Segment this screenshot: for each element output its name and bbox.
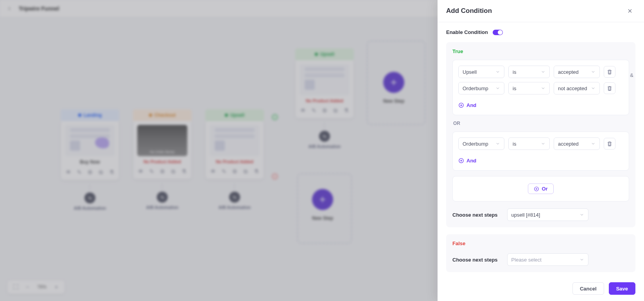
or-separator: OR — [452, 121, 629, 126]
operator-select[interactable]: is — [508, 137, 550, 150]
select-value: is — [513, 141, 516, 147]
close-button[interactable] — [624, 5, 635, 16]
operator-select[interactable]: is — [508, 82, 550, 94]
enable-condition-row: Enable Condition — [446, 29, 635, 35]
add-and-button[interactable]: And — [458, 158, 476, 164]
close-icon — [627, 8, 633, 14]
add-and-label: And — [466, 102, 476, 108]
panel-footer: Cancel Save — [438, 276, 644, 301]
chevron-down-icon — [541, 86, 545, 91]
choose-next-label: Choose next steps — [452, 257, 498, 263]
select-value: is — [513, 69, 516, 75]
cancel-button[interactable]: Cancel — [572, 282, 604, 295]
condition-row: Upsell is accepted — [458, 66, 623, 78]
next-step-true-select[interactable]: upsell [#814] — [507, 208, 588, 221]
select-value: accepted — [558, 141, 579, 147]
trash-icon — [607, 141, 612, 146]
save-label: Save — [616, 286, 628, 292]
field-select[interactable]: Upsell — [458, 66, 504, 78]
field-select[interactable]: Orderbump — [458, 82, 504, 94]
trash-icon — [607, 69, 612, 75]
chevron-down-icon — [591, 86, 596, 91]
select-value: accepted — [558, 69, 579, 75]
choose-next-false-row: Choose next steps Please select — [452, 253, 629, 266]
field-select[interactable]: Orderbump — [458, 137, 504, 150]
condition-group: & Upsell is accepted Orderbump is not ac… — [452, 60, 629, 115]
select-value: upsell [#814] — [511, 212, 540, 218]
chevron-down-icon — [579, 212, 584, 217]
plus-circle-icon — [534, 186, 539, 192]
value-select[interactable]: accepted — [554, 66, 600, 78]
choose-next-label: Choose next steps — [452, 212, 498, 218]
plus-circle-icon — [458, 102, 464, 108]
enable-condition-label: Enable Condition — [446, 29, 488, 35]
and-connector: & — [630, 72, 633, 78]
chevron-down-icon — [541, 69, 545, 74]
true-section-title: True — [452, 48, 629, 54]
panel-header: Add Condition — [438, 0, 644, 22]
add-or-block: Or — [452, 176, 629, 201]
false-section: False Choose next steps Please select — [446, 234, 635, 272]
add-and-button[interactable]: And — [458, 102, 476, 108]
select-value: Orderbump — [463, 141, 488, 147]
save-button[interactable]: Save — [609, 282, 635, 295]
select-value: Please select — [511, 257, 542, 263]
chevron-down-icon — [495, 86, 500, 91]
chevron-down-icon — [591, 141, 596, 146]
chevron-down-icon — [579, 257, 584, 262]
add-and-label: And — [466, 158, 476, 164]
value-select[interactable]: not accepted — [554, 82, 600, 94]
select-value: Orderbump — [463, 85, 488, 91]
select-value: is — [513, 85, 516, 91]
condition-row: Orderbump is not accepted — [458, 82, 623, 94]
next-step-false-select[interactable]: Please select — [507, 253, 588, 266]
add-or-label: Or — [542, 186, 547, 192]
false-section-title: False — [452, 240, 629, 246]
choose-next-true-row: Choose next steps upsell [#814] — [452, 208, 629, 221]
plus-circle-icon — [458, 158, 464, 164]
value-select[interactable]: accepted — [554, 137, 600, 150]
add-or-button[interactable]: Or — [528, 183, 553, 194]
select-value: not accepted — [558, 85, 587, 91]
panel-title: Add Condition — [446, 7, 492, 15]
chevron-down-icon — [495, 141, 500, 146]
chevron-down-icon — [495, 69, 500, 74]
operator-select[interactable]: is — [508, 66, 550, 78]
trash-icon — [607, 85, 612, 91]
chevron-down-icon — [541, 141, 545, 146]
add-condition-panel: Add Condition Enable Condition True & Up… — [438, 0, 644, 301]
chevron-down-icon — [591, 69, 596, 74]
select-value: Upsell — [463, 69, 477, 75]
delete-row-button[interactable] — [604, 66, 615, 78]
condition-group: Orderbump is accepted And — [452, 132, 629, 171]
enable-condition-toggle[interactable] — [493, 30, 503, 35]
condition-row: Orderbump is accepted — [458, 137, 623, 150]
true-section: True & Upsell is accepted Orderbump is n… — [446, 42, 635, 227]
delete-row-button[interactable] — [604, 138, 615, 150]
cancel-label: Cancel — [580, 286, 597, 292]
delete-row-button[interactable] — [604, 82, 615, 94]
panel-body: Enable Condition True & Upsell is accept… — [438, 22, 644, 276]
